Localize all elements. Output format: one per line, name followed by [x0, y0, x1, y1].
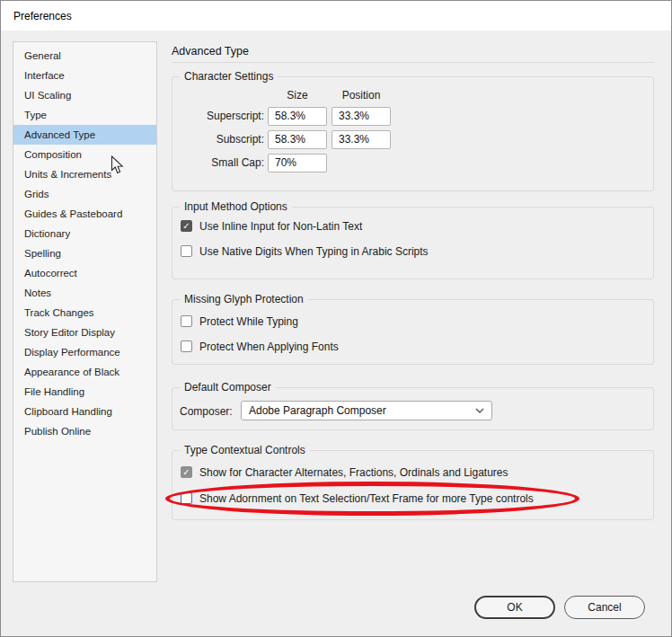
use-inline-input-label: Use Inline Input for Non-Latin Text	[199, 220, 362, 233]
sidebar-list: GeneralInterfaceUI ScalingTypeAdvanced T…	[13, 46, 156, 441]
native-digits-label: Use Native Digits When Typing in Arabic …	[199, 245, 429, 258]
option-protect-when-applying-fonts[interactable]: Protect When Applying Fonts	[181, 340, 339, 353]
sidebar-item-dictionary[interactable]: Dictionary	[13, 224, 156, 243]
sidebar-item-grids[interactable]: Grids	[13, 184, 156, 204]
window-title: Preferences	[13, 10, 72, 22]
show-adornment-label: Show Adornment on Text Selection/Text Fr…	[199, 492, 534, 505]
sidebar-item-ui-scaling[interactable]: UI Scaling	[13, 85, 156, 105]
sidebar-item-interface[interactable]: Interface	[13, 66, 156, 85]
composer-label: Composer:	[180, 405, 233, 418]
superscript-label: Superscript:	[172, 107, 264, 126]
group-input-method-options-legend: Input Method Options	[180, 200, 292, 213]
sidebar-item-autocorrect[interactable]: Autocorrect	[13, 263, 156, 283]
small-cap-size-input[interactable]: 70%	[268, 154, 327, 173]
sidebar: GeneralInterfaceUI ScalingTypeAdvanced T…	[13, 41, 157, 582]
sidebar-item-general[interactable]: General	[13, 46, 156, 66]
option-show-for-character-alternates[interactable]: Show for Character Alternates, Fractions…	[181, 465, 508, 479]
group-input-method-options: Input Method Options	[172, 200, 654, 279]
column-header-size: Size	[268, 89, 327, 102]
sidebar-item-notes[interactable]: Notes	[13, 283, 156, 303]
sidebar-item-type[interactable]: Type	[13, 105, 156, 125]
show-character-alternates-checkbox[interactable]	[181, 466, 192, 478]
superscript-position-input[interactable]: 33.3%	[332, 107, 391, 126]
sidebar-item-display-performance[interactable]: Display Performance	[13, 342, 156, 362]
ok-button[interactable]: OK	[474, 596, 555, 619]
group-default-composer-legend: Default Composer	[180, 381, 276, 394]
sidebar-item-track-changes[interactable]: Track Changes	[13, 303, 156, 323]
group-missing-glyph-protection: Missing Glyph Protection	[172, 293, 654, 365]
group-character-settings-legend: Character Settings	[180, 70, 278, 83]
column-header-position: Position	[332, 89, 391, 102]
use-inline-input-checkbox[interactable]	[181, 220, 192, 232]
chevron-down-icon	[475, 408, 484, 413]
option-protect-while-typing[interactable]: Protect While Typing	[181, 314, 298, 328]
sidebar-item-clipboard-handling[interactable]: Clipboard Handling	[13, 402, 156, 421]
group-missing-glyph-protection-legend: Missing Glyph Protection	[180, 293, 308, 305]
protect-while-typing-label: Protect While Typing	[199, 315, 298, 328]
small-cap-label: Small Cap:	[172, 154, 264, 173]
sidebar-item-appearance-of-black[interactable]: Appearance of Black	[13, 362, 156, 382]
sidebar-item-composition[interactable]: Composition	[13, 145, 156, 164]
subscript-position-input[interactable]: 33.3%	[332, 130, 391, 149]
sidebar-item-advanced-type[interactable]: Advanced Type	[13, 125, 156, 145]
option-show-adornment[interactable]: Show Adornment on Text Selection/Text Fr…	[181, 491, 534, 505]
superscript-size-input[interactable]: 58.3%	[268, 107, 327, 126]
title-bar: Preferences	[1, 1, 671, 31]
sidebar-item-guides-pasteboard[interactable]: Guides & Pasteboard	[13, 204, 156, 224]
sidebar-item-story-editor-display[interactable]: Story Editor Display	[13, 323, 156, 342]
protect-when-applying-fonts-checkbox[interactable]	[181, 341, 192, 352]
cancel-button[interactable]: Cancel	[564, 596, 645, 619]
option-use-inline-input[interactable]: Use Inline Input for Non-Latin Text	[181, 219, 362, 233]
header-divider	[172, 62, 654, 63]
sidebar-item-spelling[interactable]: Spelling	[13, 243, 156, 263]
subscript-label: Subscript:	[172, 130, 264, 149]
subscript-size-input[interactable]: 58.3%	[268, 130, 327, 149]
composer-dropdown[interactable]: Adobe Paragraph Composer	[241, 401, 492, 420]
protect-when-applying-fonts-label: Protect When Applying Fonts	[199, 341, 339, 353]
protect-while-typing-checkbox[interactable]	[181, 315, 192, 327]
preferences-dialog: Preferences GeneralInterfaceUI ScalingTy…	[0, 0, 672, 637]
sidebar-item-units-increments[interactable]: Units & Increments	[13, 164, 156, 184]
group-type-contextual-controls-legend: Type Contextual Controls	[180, 444, 310, 456]
show-adornment-checkbox[interactable]	[181, 492, 192, 504]
group-type-contextual-controls: Type Contextual Controls	[172, 444, 654, 520]
option-native-digits[interactable]: Use Native Digits When Typing in Arabic …	[181, 244, 429, 258]
composer-dropdown-value: Adobe Paragraph Composer	[249, 404, 386, 417]
sidebar-item-file-handling[interactable]: File Handling	[13, 382, 156, 402]
show-character-alternates-label: Show for Character Alternates, Fractions…	[199, 466, 508, 479]
native-digits-checkbox[interactable]	[181, 245, 192, 257]
sidebar-item-publish-online[interactable]: Publish Online	[13, 421, 156, 441]
page-title: Advanced Type	[172, 45, 249, 58]
